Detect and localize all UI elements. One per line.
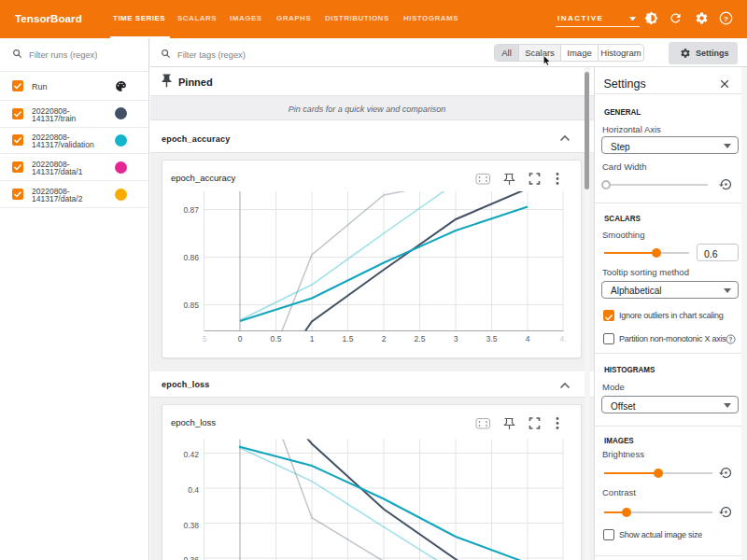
svg-text:0.38: 0.38 xyxy=(183,521,199,530)
svg-text:0.86: 0.86 xyxy=(183,253,199,262)
svg-text:?: ? xyxy=(724,15,728,23)
svg-text:?: ? xyxy=(728,335,732,342)
svg-text:4.: 4. xyxy=(559,334,566,343)
svg-text:0.36: 0.36 xyxy=(183,555,199,560)
svg-text:0: 0 xyxy=(238,334,243,343)
svg-text:2: 2 xyxy=(382,334,387,343)
svg-text:3.5: 3.5 xyxy=(486,334,498,343)
svg-text:0.4: 0.4 xyxy=(188,485,199,495)
svg-text:4: 4 xyxy=(526,334,530,343)
svg-text:0.5: 0.5 xyxy=(271,334,282,343)
svg-text:0.87: 0.87 xyxy=(183,205,199,215)
svg-text:1.5: 1.5 xyxy=(343,334,354,343)
svg-text:2.5: 2.5 xyxy=(415,334,426,343)
svg-text:0.85: 0.85 xyxy=(183,301,199,310)
svg-text:1: 1 xyxy=(310,334,315,343)
svg-text:3: 3 xyxy=(454,334,458,343)
svg-text:0.42: 0.42 xyxy=(183,450,199,459)
svg-text:5: 5 xyxy=(203,334,207,343)
